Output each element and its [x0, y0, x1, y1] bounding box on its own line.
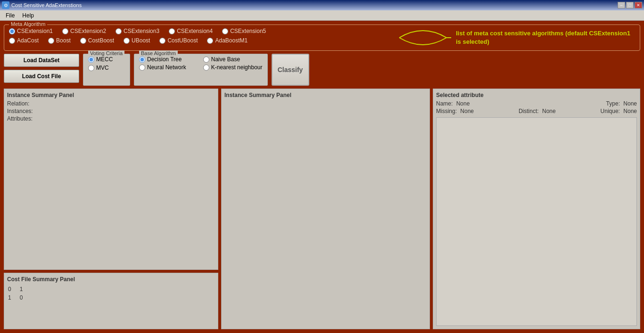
attr-name-value: None: [456, 100, 470, 107]
attr-distinct-value: None: [542, 108, 556, 114]
instance-summary-middle-title: Instance Summary Panel: [224, 92, 427, 98]
cost-file-summary-title: Cost File Summary Panel: [7, 276, 215, 283]
buttons-column: Load DataSet Load Cost File: [4, 54, 79, 86]
radio-cse2[interactable]: CSExtension2: [62, 28, 106, 34]
title-bar-controls: – □ ✕: [618, 2, 642, 8]
attr-second-row: Missing: None Distinct: None Unique: Non…: [436, 108, 637, 114]
annotation-container: list of meta cost sensitive algorithms (…: [395, 19, 635, 57]
instance-summary-panel-middle: Instance Summary Panel: [221, 89, 430, 329]
radio-adaboostm1[interactable]: AdaBoostM1: [207, 37, 248, 44]
annotation-arrow: [395, 19, 451, 57]
attribute-value-area: [436, 117, 637, 326]
attributes-label: Attributes:: [7, 115, 33, 122]
cost-cell-01: 1: [20, 285, 31, 293]
radio-cse5[interactable]: CSExtension5: [222, 28, 266, 34]
radio-neural-network[interactable]: Neural Network: [139, 64, 198, 71]
cost-cell-00: 0: [8, 285, 19, 293]
content-area: Instance Summary Panel Relation: Instanc…: [4, 89, 640, 329]
selected-attribute-panel: Selected attribute Name: None Type: None…: [433, 89, 640, 329]
meta-algorithm-group: Meta Algorithm CSExtension1 CSExtension2…: [4, 24, 640, 51]
relation-label: Relation:: [7, 100, 29, 107]
base-algorithm-label: Base Algorithm: [139, 50, 178, 56]
load-dataset-button[interactable]: Load DataSet: [4, 54, 79, 67]
radio-cse1[interactable]: CSExtension1: [9, 28, 53, 34]
annotation-text: list of meta cost sensitive algorithms (…: [456, 29, 635, 46]
attr-name-row: Name: None Type: None: [436, 100, 637, 107]
radio-adacost[interactable]: AdaCost: [9, 37, 39, 44]
voting-criteria-label: Voting Criteria: [88, 50, 124, 56]
radio-costboost[interactable]: CostBoost: [80, 37, 114, 44]
attr-unique-label: Unique:: [601, 108, 620, 114]
main-window: Meta Algorithm CSExtension1 CSExtension2…: [0, 21, 644, 333]
attr-missing-value: None: [460, 108, 474, 114]
attr-name-label-group: Name: None: [436, 100, 470, 107]
cost-cell-11: 0: [20, 294, 31, 301]
maximize-button[interactable]: □: [626, 2, 634, 8]
attr-distinct-group: Distinct: None: [519, 108, 556, 114]
attr-unique-value: None: [623, 108, 637, 114]
cost-file-summary-panel: Cost File Summary Panel 0 1 1 0: [4, 273, 218, 329]
table-row: 0 1: [8, 285, 30, 293]
meta-algorithm-label: Meta Algorithm: [9, 21, 47, 27]
app-title: Cost Sensitive AdaExtenstions: [11, 2, 82, 8]
minimize-button[interactable]: –: [618, 2, 625, 8]
radio-cse4[interactable]: CSExtension4: [169, 28, 213, 34]
instance-summary-panel-left: Instance Summary Panel Relation: Instanc…: [4, 89, 218, 270]
radio-mvc[interactable]: MVC: [88, 65, 125, 71]
radio-knn[interactable]: K-nearest neighbour: [203, 64, 263, 71]
attr-type-label: Type:: [606, 100, 620, 107]
attr-name-label: Name:: [436, 100, 453, 107]
radio-cse3[interactable]: CSExtension3: [116, 28, 159, 34]
relation-field: Relation:: [7, 100, 215, 107]
instances-field: Instances:: [7, 108, 215, 114]
instances-label: Instances:: [7, 108, 33, 114]
cost-table: 0 1 1 0: [7, 284, 31, 302]
attr-distinct-label: Distinct:: [519, 108, 539, 114]
radio-naive-base[interactable]: Naive Base: [203, 56, 263, 63]
menu-help[interactable]: Help: [18, 11, 38, 20]
attr-missing-group: Missing: None: [436, 108, 474, 114]
app-icon: ⚙: [2, 1, 9, 9]
instance-summary-left-title: Instance Summary Panel: [7, 92, 215, 98]
attr-unique-group: Unique: None: [601, 108, 637, 114]
title-bar: ⚙ Cost Sensitive AdaExtenstions – □ ✕: [0, 0, 644, 10]
radio-decision-tree[interactable]: Decision Tree: [139, 56, 198, 63]
base-algo-grid: Decision Tree Naive Base Neural Network …: [139, 56, 263, 71]
menu-file[interactable]: File: [2, 11, 18, 20]
attr-missing-label: Missing:: [436, 108, 457, 114]
attr-type-label-group: Type: None: [606, 100, 637, 107]
radio-uboost[interactable]: UBoost: [124, 37, 150, 44]
radio-mecc[interactable]: MECC: [88, 56, 125, 63]
cost-cell-10: 1: [8, 294, 19, 301]
left-panel: Instance Summary Panel Relation: Instanc…: [4, 89, 218, 329]
controls-row: Load DataSet Load Cost File Voting Crite…: [4, 54, 640, 86]
classify-button[interactable]: Classify: [272, 54, 309, 86]
radio-costuboost[interactable]: CostUBoost: [159, 37, 198, 44]
base-algorithm-group: Base Algorithm Decision Tree Naive Base …: [134, 54, 268, 86]
selected-attribute-title: Selected attribute: [436, 92, 637, 98]
load-cost-file-button[interactable]: Load Cost File: [4, 70, 79, 83]
radio-boost[interactable]: Boost: [48, 37, 71, 44]
attributes-field: Attributes:: [7, 115, 215, 122]
close-button[interactable]: ✕: [635, 2, 642, 8]
table-row: 1 0: [8, 294, 30, 301]
attr-type-value: None: [623, 100, 637, 107]
voting-criteria-group: Voting Criteria MECC MVC: [83, 54, 130, 86]
